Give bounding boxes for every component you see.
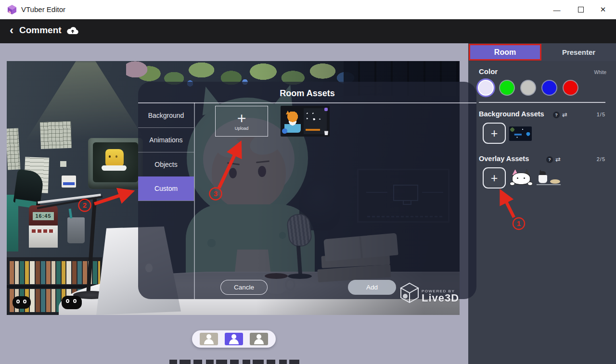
plus-icon: + bbox=[237, 112, 246, 125]
tab-room-label: Room bbox=[494, 48, 516, 57]
minimize-button[interactable]: — bbox=[546, 0, 568, 19]
cancel-label: Cancle bbox=[234, 284, 254, 291]
right-sidebar: Room Presenter Color White Background As… bbox=[468, 43, 616, 364]
background-assets-count: 1/5 bbox=[597, 112, 605, 117]
cancel-button[interactable]: Cancle bbox=[220, 280, 268, 295]
background-asset-thumbnail[interactable] bbox=[509, 126, 532, 141]
sidebar-divider bbox=[479, 102, 605, 103]
add-background-asset-button[interactable]: + bbox=[483, 123, 506, 144]
help-icon[interactable]: ? bbox=[553, 112, 560, 118]
tab-presenter-label: Presenter bbox=[562, 48, 595, 56]
top-toolbar: ‹ Comment bbox=[0, 19, 616, 43]
overlay-asset-white-cat-thumbnail[interactable] bbox=[509, 169, 534, 187]
color-swatches bbox=[478, 80, 578, 96]
overlay-asset-cat-cup-thumbnail[interactable] bbox=[536, 172, 562, 187]
overlay-assets-title: Overlay Assets bbox=[479, 155, 529, 163]
cloud-upload-icon[interactable] bbox=[66, 25, 79, 36]
color-section-label: Color bbox=[479, 67, 498, 75]
add-label: Add bbox=[366, 284, 378, 291]
upload-dropzone[interactable]: + Upload bbox=[215, 106, 268, 137]
swatch-red[interactable] bbox=[563, 80, 578, 96]
camera-view-2-selected[interactable] bbox=[225, 333, 243, 345]
app-logo-cube-icon bbox=[7, 4, 17, 15]
watermark-live3d: Live3D bbox=[422, 293, 459, 303]
sidebar-tab-row: Room Presenter bbox=[468, 43, 616, 61]
tab-label: Background bbox=[148, 112, 184, 119]
thumbnail-play-icon bbox=[282, 128, 287, 134]
maximize-icon bbox=[578, 7, 584, 13]
close-button[interactable]: ✕ bbox=[592, 0, 614, 19]
tab-label: Custom bbox=[154, 185, 178, 192]
tab-room[interactable]: Room bbox=[469, 44, 541, 61]
dialog-tab-animations[interactable]: Animations bbox=[138, 128, 194, 152]
tab-label: Objects bbox=[154, 161, 177, 168]
swap-icon[interactable]: ⇄ bbox=[555, 156, 561, 163]
thumbnail-purple-icon bbox=[324, 108, 328, 111]
camera-view-1[interactable] bbox=[200, 333, 218, 345]
title-bar: VTuber Editor — ✕ bbox=[0, 0, 616, 19]
swatch-green[interactable] bbox=[499, 80, 515, 96]
thumbnail-orange-bar bbox=[306, 129, 320, 131]
cutoff-text-remnant bbox=[169, 360, 299, 364]
dialog-tab-custom[interactable]: Custom bbox=[138, 176, 194, 201]
camera-view-switcher bbox=[192, 330, 276, 348]
thumbnail-trash-icon bbox=[324, 130, 328, 135]
comment-button[interactable]: Comment bbox=[19, 25, 62, 36]
dialog-column-divider bbox=[194, 102, 195, 299]
help-icon[interactable]: ? bbox=[546, 156, 553, 163]
minimize-icon: — bbox=[553, 6, 561, 14]
upload-label: Upload bbox=[235, 126, 249, 131]
app-window: VTuber Editor — ✕ ‹ Comment bbox=[0, 0, 616, 364]
tab-presenter[interactable]: Presenter bbox=[541, 43, 616, 61]
swatch-gray[interactable] bbox=[520, 80, 536, 96]
swatch-white[interactable] bbox=[478, 80, 494, 96]
tab-separator bbox=[138, 201, 194, 201]
tab-label: Animations bbox=[149, 136, 182, 144]
custom-asset-thumbnail[interactable] bbox=[281, 106, 330, 137]
dialog-tab-objects[interactable]: Objects bbox=[138, 152, 194, 176]
window-title: VTuber Editor bbox=[21, 5, 65, 13]
add-overlay-asset-button[interactable]: + bbox=[483, 167, 506, 188]
maximize-button[interactable] bbox=[570, 0, 592, 19]
swatch-blue[interactable] bbox=[541, 80, 557, 96]
camera-view-3[interactable] bbox=[250, 333, 268, 345]
live3d-cube-icon bbox=[399, 282, 420, 303]
background-assets-title: Background Assets bbox=[479, 110, 544, 118]
dialog-title: Room Assets bbox=[138, 88, 476, 99]
room-assets-dialog: Room Assets Background Animations Object… bbox=[138, 82, 476, 299]
add-button[interactable]: Add bbox=[348, 280, 396, 295]
back-chevron-icon[interactable]: ‹ bbox=[10, 24, 13, 37]
swap-icon[interactable]: ⇄ bbox=[562, 111, 567, 118]
close-icon: ✕ bbox=[600, 5, 606, 14]
live3d-watermark: POWERED BY Live3D bbox=[399, 282, 459, 303]
selected-color-name: White bbox=[594, 70, 606, 75]
overlay-assets-count: 2/5 bbox=[597, 156, 605, 162]
dialog-tab-background[interactable]: Background bbox=[138, 103, 194, 127]
